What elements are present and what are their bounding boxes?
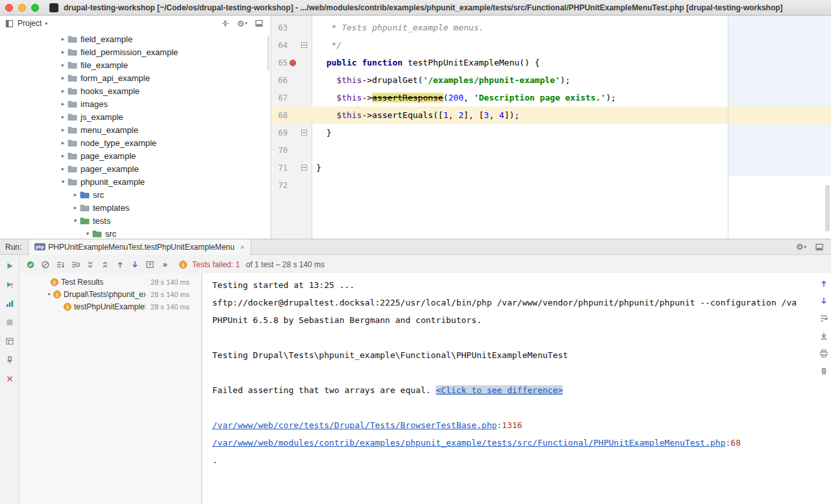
- project-item-form_api_example[interactable]: ▸form_api_example: [0, 71, 271, 84]
- code-text[interactable]: */: [312, 36, 831, 54]
- tab-close-icon[interactable]: ×: [240, 243, 244, 251]
- show-passed-icon[interactable]: [25, 259, 36, 270]
- stop-icon[interactable]: [5, 317, 15, 328]
- project-item-hooks_example[interactable]: ▸hooks_example: [0, 84, 271, 97]
- project-item-file_example[interactable]: ▸file_example: [0, 58, 271, 71]
- chevron-right-icon[interactable]: ▸: [58, 152, 68, 159]
- fold-marker-icon[interactable]: [301, 130, 307, 136]
- code-text[interactable]: [312, 176, 831, 194]
- console[interactable]: Testing started at 13:25 ...sftp://docke…: [203, 273, 831, 504]
- project-item-node_type_example[interactable]: ▸node_type_example: [0, 136, 271, 149]
- rerun-icon[interactable]: [5, 261, 15, 271]
- line-number-ref[interactable]: :1316: [497, 420, 522, 430]
- chevron-right-icon[interactable]: ▸: [71, 191, 80, 198]
- clear-icon[interactable]: [819, 366, 829, 376]
- project-dropdown-chevron-icon[interactable]: ▾: [45, 21, 47, 27]
- item-label: templates: [92, 203, 129, 213]
- rerun-failed-icon[interactable]: !: [5, 280, 15, 290]
- chevron-right-icon[interactable]: ▸: [71, 204, 80, 211]
- project-item-src[interactable]: ▾src: [0, 227, 271, 239]
- chevron-right-icon[interactable]: ▸: [58, 62, 68, 68]
- project-item-menu_example[interactable]: ▸menu_example: [0, 123, 271, 136]
- close-icon[interactable]: [5, 374, 15, 384]
- project-item-phpunit_example[interactable]: ▾phpunit_example: [0, 175, 271, 188]
- diff-link[interactable]: <Click to see difference>: [436, 385, 563, 395]
- test-node-1[interactable]: ▾!Drupal\Tests\phpunit_ex28 s 140 ms: [20, 288, 201, 300]
- chevron-down-icon[interactable]: ▾: [45, 291, 53, 297]
- project-item-images[interactable]: ▸images: [0, 97, 271, 110]
- hide-icon[interactable]: [254, 18, 264, 29]
- fold-marker-icon[interactable]: [301, 42, 307, 48]
- fold-marker-icon[interactable]: [301, 165, 307, 171]
- gear-icon[interactable]: ⚙▾: [237, 18, 247, 29]
- show-ignored-icon[interactable]: [40, 259, 51, 270]
- project-item-src[interactable]: ▸src: [0, 188, 271, 201]
- project-item-js_example[interactable]: ▸js_example: [0, 110, 271, 123]
- test-node-0[interactable]: !Test Results28 s 140 ms: [20, 276, 201, 288]
- run-settings-gear-icon[interactable]: ⚙▾: [796, 242, 806, 252]
- print-icon[interactable]: [819, 348, 829, 359]
- soft-wrap-icon[interactable]: [819, 313, 829, 324]
- test-duration: 28 s 140 ms: [145, 303, 190, 311]
- chevron-right-icon[interactable]: ▸: [58, 165, 68, 172]
- next-failed-icon[interactable]: [130, 259, 140, 270]
- collapse-all-icon[interactable]: [100, 259, 110, 270]
- close-window-button[interactable]: [5, 4, 13, 12]
- file-link[interactable]: /var/www/web/core/tests/Drupal/Tests/Bro…: [212, 420, 497, 430]
- scroll-end-icon[interactable]: [819, 331, 829, 341]
- more-icon[interactable]: »: [160, 259, 170, 270]
- project-item-page_example[interactable]: ▸page_example: [0, 149, 271, 162]
- test-history-icon[interactable]: [145, 259, 155, 270]
- prev-failed-icon[interactable]: [115, 259, 125, 270]
- project-item-field_permission_example[interactable]: ▸field_permission_example: [0, 45, 271, 58]
- failed-test-marker-icon[interactable]: [290, 60, 296, 66]
- project-tool-window-icon[interactable]: [4, 18, 14, 29]
- chevron-right-icon[interactable]: ▸: [58, 126, 68, 133]
- sort-alpha-icon[interactable]: [55, 259, 66, 270]
- editor[interactable]: 63 * Tests phpunit_example menus.64 */65…: [272, 16, 831, 239]
- chevron-right-icon[interactable]: ▸: [58, 36, 68, 42]
- code-text[interactable]: }: [312, 124, 831, 141]
- minimize-window-button[interactable]: [18, 4, 26, 12]
- run-tab[interactable]: php PHPUnitExampleMenuTest.testPhpUnitEx…: [28, 239, 251, 255]
- chevron-right-icon[interactable]: ▸: [58, 49, 68, 55]
- expand-all-icon[interactable]: [85, 259, 95, 270]
- hide-panel-icon[interactable]: [814, 242, 825, 252]
- chevron-right-icon[interactable]: ▸: [58, 139, 68, 146]
- chevron-down-icon[interactable]: ▾: [83, 230, 92, 237]
- chevron-down-icon[interactable]: ▾: [71, 217, 80, 224]
- code-text[interactable]: $this->assertEquals([1, 2], [3, 4]);: [312, 106, 831, 124]
- pin-icon[interactable]: [5, 355, 15, 365]
- restore-layout-icon[interactable]: [5, 336, 15, 346]
- code-text[interactable]: $this->drupalGet('/examples/phpunit-exam…: [312, 71, 831, 89]
- item-label: field_example: [79, 34, 132, 44]
- chevron-down-icon[interactable]: ▾: [58, 178, 68, 185]
- editor-scrollbar[interactable]: [825, 185, 830, 232]
- project-item-pager_example[interactable]: ▸pager_example: [0, 162, 271, 175]
- test-node-2[interactable]: !testPhpUnitExampleM28 s 140 ms: [20, 300, 201, 313]
- project-scrollbar[interactable]: [267, 35, 269, 71]
- line-number-ref[interactable]: :68: [726, 438, 741, 448]
- project-item-field_example[interactable]: ▸field_example: [0, 32, 271, 45]
- project-item-templates[interactable]: ▸templates: [0, 201, 271, 214]
- chevron-right-icon[interactable]: ▸: [58, 101, 68, 107]
- project-item-tests[interactable]: ▾tests: [0, 214, 271, 227]
- code-text[interactable]: [312, 141, 831, 159]
- chevron-right-icon[interactable]: ▸: [58, 88, 68, 94]
- up-stack-icon[interactable]: [819, 278, 829, 289]
- file-link[interactable]: /var/www/web/modules/contrib/examples/ph…: [212, 438, 726, 448]
- statistics-icon[interactable]: [5, 298, 15, 309]
- line-number: 70: [272, 146, 288, 155]
- code-text[interactable]: public function testPhpUnitExampleMenu()…: [312, 54, 831, 71]
- chevron-right-icon[interactable]: ▸: [58, 75, 68, 81]
- down-stack-icon[interactable]: [819, 296, 829, 306]
- code-text[interactable]: $this->assertResponse(200, 'Description …: [312, 89, 831, 106]
- zoom-window-button[interactable]: [31, 4, 39, 12]
- code-text[interactable]: * Tests phpunit_example menus.: [312, 19, 831, 36]
- sort-duration-icon[interactable]: [70, 259, 81, 270]
- code-text[interactable]: }: [312, 159, 831, 176]
- collapse-panels-icon[interactable]: [220, 18, 230, 29]
- test-status: ! Tests failed: 1 of 1 test – 28 s 140 m…: [178, 259, 325, 270]
- tests-failed-warning-icon: !: [178, 259, 188, 270]
- chevron-right-icon[interactable]: ▸: [58, 114, 68, 120]
